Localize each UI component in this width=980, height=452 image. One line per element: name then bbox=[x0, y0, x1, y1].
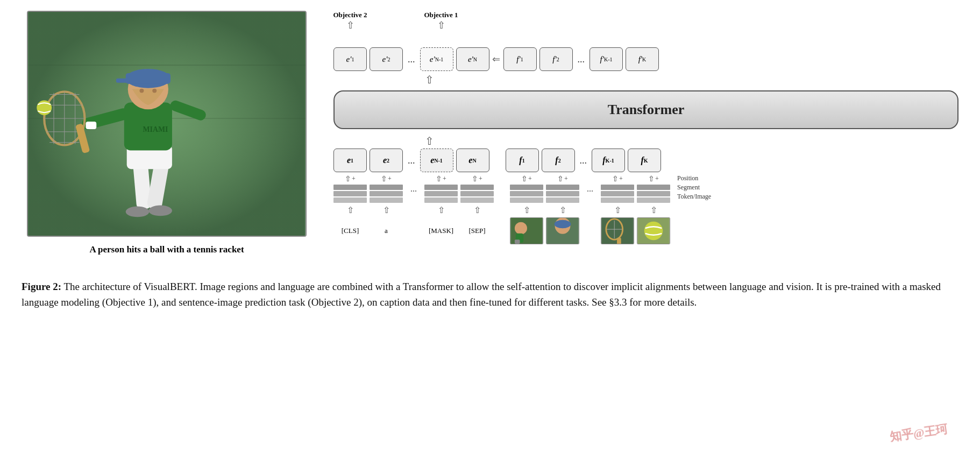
label-cls: [CLS] bbox=[333, 227, 367, 235]
bottom-arrow-4: ⇧ bbox=[474, 205, 481, 215]
embed-stack-1 bbox=[333, 185, 367, 203]
dots-1: ... bbox=[406, 54, 417, 65]
bottom-arrow-1: ⇧ bbox=[347, 205, 354, 215]
embed-plus-2: ⇧+ bbox=[381, 174, 392, 183]
diagram-section: MIAMI bbox=[22, 11, 958, 255]
embed-col-1: ⇧+ bbox=[333, 174, 367, 203]
bottom-arrow-8: ⇧ bbox=[650, 205, 657, 215]
transformer-section: Transformer bbox=[333, 90, 958, 129]
watermark: 知乎@王珂 bbox=[889, 421, 949, 446]
objective1-label: Objective 1 bbox=[424, 11, 458, 19]
img-thumb-3 bbox=[601, 217, 634, 244]
embed-stack-7 bbox=[601, 185, 634, 203]
tennis-player-svg: MIAMI bbox=[28, 12, 306, 236]
input-to-transformer-arrow: ⇧ bbox=[425, 135, 434, 147]
fk1-box: fK-1 bbox=[592, 149, 625, 172]
input-tokens-row: e1 e2 ... eN-1 eN f1 f2 ... fK-1 fK bbox=[333, 149, 958, 172]
f-prime-k1-box: f'K-1 bbox=[590, 47, 623, 71]
embed-plus-5: ⇧+ bbox=[521, 174, 532, 183]
bottom-arrow-2: ⇧ bbox=[383, 205, 390, 215]
en-box: eN bbox=[456, 149, 489, 172]
left-panel: MIAMI bbox=[22, 11, 312, 255]
segment-label: Segment bbox=[677, 183, 711, 192]
svg-point-31 bbox=[148, 206, 172, 216]
e-prime-1-box: e'1 bbox=[333, 47, 367, 71]
fk-box: fK bbox=[628, 149, 661, 172]
embed-stack-3 bbox=[424, 185, 458, 203]
f2-box: f2 bbox=[542, 149, 575, 172]
embed-plus-3: ⇧+ bbox=[436, 174, 446, 183]
svg-rect-35 bbox=[515, 239, 520, 244]
transformer-box: Transformer bbox=[333, 90, 958, 129]
transformer-label: Transformer bbox=[608, 102, 684, 118]
dots-embed-1: ... bbox=[406, 174, 422, 194]
embed-stack-5 bbox=[510, 185, 543, 203]
svg-rect-17 bbox=[86, 122, 96, 129]
svg-point-30 bbox=[126, 207, 150, 217]
e-prime-2-box: e'2 bbox=[370, 47, 403, 71]
img-thumb-1 bbox=[510, 217, 543, 244]
embed-stack-8 bbox=[637, 185, 670, 203]
embed-plus-1: ⇧+ bbox=[345, 174, 356, 183]
bottom-arrow-3: ⇧ bbox=[438, 205, 445, 215]
obj2-up-arrow: ⇧ bbox=[346, 19, 354, 31]
embed-col-6: ⇧+ bbox=[546, 174, 579, 203]
embed-col-5: ⇧+ bbox=[510, 174, 543, 203]
figure-caption-text: The architecture of VisualBERT. Image re… bbox=[22, 281, 941, 308]
embed-col-7: ⇧+ bbox=[601, 174, 634, 203]
main-container: MIAMI bbox=[22, 11, 958, 310]
image-caption: A person hits a ball with a tennis racke… bbox=[89, 244, 244, 255]
dots-4: ... bbox=[578, 155, 590, 166]
embed-col-8: ⇧+ bbox=[637, 174, 670, 203]
embed-col-2: ⇧+ bbox=[370, 174, 403, 203]
e-prime-n1-box: e'N-1 bbox=[420, 47, 453, 71]
token-image-label: Token/Image bbox=[677, 193, 711, 201]
e2-box: e2 bbox=[370, 149, 403, 172]
embed-stack-6 bbox=[546, 185, 579, 203]
transformer-to-output-arrow: ⇧ bbox=[425, 73, 434, 86]
svg-point-38 bbox=[555, 220, 571, 228]
embed-stack-2 bbox=[370, 185, 403, 203]
svg-point-16 bbox=[152, 89, 157, 93]
svg-rect-14 bbox=[116, 79, 130, 83]
position-label: Position bbox=[677, 174, 711, 182]
dots-embed-2: ... bbox=[582, 174, 598, 194]
svg-rect-43 bbox=[617, 237, 621, 244]
f-prime-1-box: f'1 bbox=[503, 47, 537, 71]
obj2-col: Objective 2 ⇧ bbox=[333, 11, 367, 31]
objective2-label: Objective 2 bbox=[333, 11, 367, 19]
embed-col-3: ⇧+ bbox=[424, 174, 458, 203]
f-prime-2-box: f'2 bbox=[539, 47, 573, 71]
bottom-arrow-7: ⇧ bbox=[614, 205, 621, 215]
embed-labels: Position Segment Token/Image bbox=[677, 174, 711, 194]
img-thumb-4 bbox=[637, 217, 670, 244]
e1-box: e1 bbox=[333, 149, 367, 172]
en1-box: eN-1 bbox=[420, 149, 453, 172]
embed-plus-4: ⇧+ bbox=[472, 174, 482, 183]
obj1-col: Objective 1 ⇧ bbox=[424, 11, 458, 31]
embed-plus-7: ⇧+ bbox=[612, 174, 623, 183]
figure-caption: Figure 2: The architecture of VisualBERT… bbox=[22, 279, 947, 310]
img-thumb-2 bbox=[546, 217, 579, 244]
label-mask: [MASK] bbox=[424, 227, 458, 235]
right-panel: Objective 2 ⇧ Objective 1 ⇧ bbox=[333, 11, 958, 244]
svg-text:MIAMI: MIAMI bbox=[143, 125, 168, 133]
dots-3: ... bbox=[406, 155, 417, 166]
embed-col-4: ⇧+ bbox=[460, 174, 494, 203]
dots-2: ... bbox=[576, 54, 587, 65]
figure-number: Figure 2: bbox=[22, 281, 61, 292]
output-tokens-row: e'1 e'2 ... e'N-1 e'N ⇐ f'1 f'2 ... f'K-… bbox=[333, 47, 958, 71]
obj1-up-arrow: ⇧ bbox=[437, 19, 445, 31]
embed-plus-6: ⇧+ bbox=[557, 174, 568, 183]
tennis-image: MIAMI bbox=[27, 11, 307, 237]
svg-point-15 bbox=[139, 89, 144, 93]
bottom-arrow-5: ⇧ bbox=[523, 205, 530, 215]
f1-box: f1 bbox=[506, 149, 539, 172]
label-sep: [SEP] bbox=[460, 227, 494, 235]
svg-point-33 bbox=[515, 222, 527, 235]
bottom-arrow-6: ⇧ bbox=[559, 205, 566, 215]
svg-rect-13 bbox=[126, 73, 171, 84]
embed-plus-8: ⇧+ bbox=[648, 174, 659, 183]
svg-point-45 bbox=[644, 222, 663, 241]
label-a: a bbox=[370, 227, 403, 235]
